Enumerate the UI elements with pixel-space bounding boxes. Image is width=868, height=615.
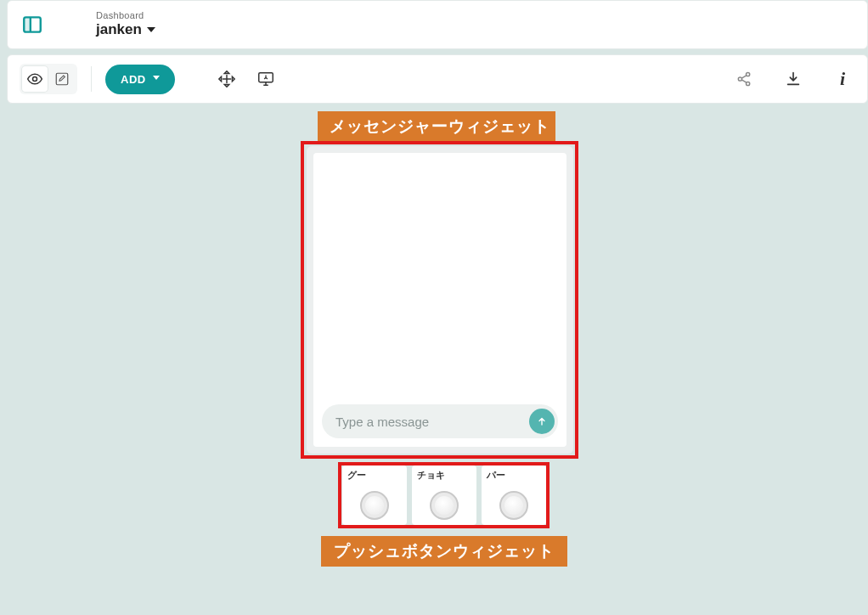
download-button[interactable] (781, 66, 806, 92)
svg-point-6 (746, 72, 749, 76)
add-button[interactable]: ADD (105, 65, 175, 94)
display-button[interactable] (253, 66, 279, 92)
push-button-circle[interactable] (360, 491, 389, 520)
push-button-label: グー (347, 469, 402, 482)
push-button-label: パー (487, 469, 541, 482)
toolbar-right: i (731, 66, 855, 92)
arrow-up-icon (536, 415, 548, 427)
toolbar-divider (91, 66, 92, 92)
push-button-circle[interactable] (499, 491, 528, 520)
push-button-widget-choki[interactable]: チョキ (412, 465, 476, 525)
share-icon (735, 70, 753, 88)
toolbar: ADD i (7, 54, 868, 104)
push-button-widget-gu[interactable]: グー (342, 465, 407, 525)
header-title-block[interactable]: Dashboard janken (96, 10, 155, 39)
info-icon: i (840, 68, 845, 90)
app-header: Dashboard janken (7, 0, 868, 49)
push-button-widget-pa[interactable]: パー (482, 465, 546, 525)
svg-rect-4 (56, 73, 68, 85)
header-title: janken (96, 21, 142, 38)
eye-icon (26, 71, 43, 87)
view-mode-toggle (20, 64, 77, 94)
svg-point-7 (738, 77, 741, 81)
push-button-group: グー チョキ パー (342, 465, 546, 525)
view-mode-preview[interactable] (22, 66, 48, 92)
messenger-input[interactable] (335, 415, 529, 429)
chevron-down-icon (147, 27, 155, 34)
svg-point-3 (33, 77, 37, 82)
add-button-label: ADD (121, 73, 146, 86)
messenger-send-button[interactable] (529, 409, 555, 434)
drag-button[interactable] (214, 66, 240, 92)
header-subtitle: Dashboard (96, 10, 155, 21)
info-button[interactable]: i (830, 66, 855, 92)
share-button[interactable] (731, 66, 757, 92)
messenger-body (313, 153, 566, 447)
chevron-down-icon (153, 76, 160, 82)
monitor-icon (256, 70, 275, 88)
push-button-circle[interactable] (430, 491, 459, 520)
panel-left-icon (21, 14, 43, 36)
dashboard-canvas[interactable]: メッセンジャーウィジェット グー チョキ パー (7, 109, 868, 615)
download-icon (784, 70, 803, 88)
view-mode-edit[interactable] (49, 66, 75, 92)
push-button-label: チョキ (417, 469, 471, 482)
edit-icon (54, 71, 70, 87)
messenger-widget[interactable] (307, 146, 573, 454)
move-icon (217, 70, 236, 88)
svg-point-8 (746, 82, 749, 85)
sidebar-toggle-button[interactable] (16, 8, 48, 41)
messenger-input-row (322, 404, 558, 438)
annotation-pushbutton-label: プッシュボタンウィジェット (321, 536, 567, 567)
annotation-messenger-label: メッセンジャーウィジェット (318, 111, 555, 142)
